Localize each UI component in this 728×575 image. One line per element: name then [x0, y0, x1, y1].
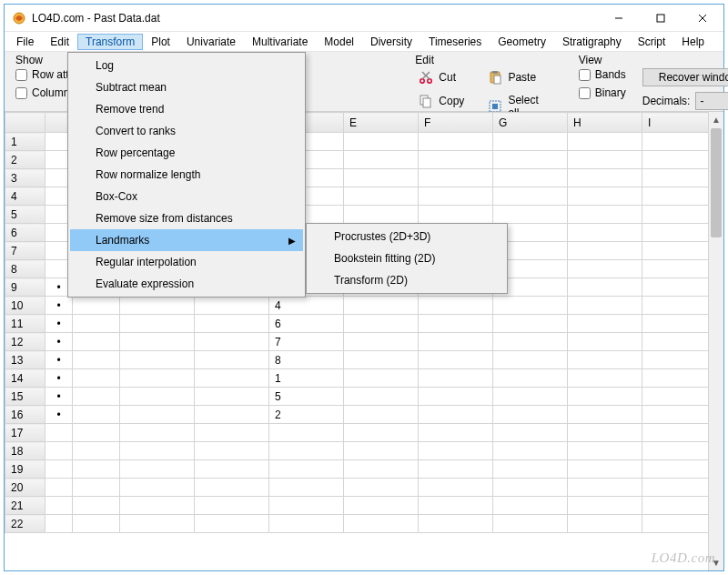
cell[interactable] — [195, 351, 269, 369]
cell[interactable] — [419, 133, 493, 151]
cell[interactable] — [642, 187, 717, 206]
row-marker-cell[interactable]: • — [46, 369, 73, 388]
cell[interactable] — [493, 369, 568, 388]
row-marker-cell[interactable]: • — [46, 315, 73, 333]
cell[interactable] — [568, 351, 642, 369]
cell[interactable] — [120, 369, 195, 388]
cell[interactable] — [493, 424, 568, 442]
column-header[interactable]: E — [344, 113, 419, 133]
cell[interactable] — [120, 515, 195, 533]
cell[interactable] — [73, 479, 120, 497]
cell[interactable] — [120, 333, 195, 351]
row-header[interactable]: 2 — [5, 151, 46, 169]
cell[interactable] — [344, 515, 419, 533]
cell[interactable] — [419, 369, 493, 388]
close-button[interactable] — [682, 5, 723, 32]
cell[interactable] — [568, 187, 642, 206]
maximize-button[interactable] — [640, 5, 682, 32]
cell[interactable] — [568, 460, 642, 479]
cell[interactable] — [642, 206, 717, 224]
column-attributes-checkbox[interactable]: Column — [15, 86, 69, 99]
row-header[interactable]: 7 — [5, 242, 46, 260]
row-header[interactable]: 15 — [5, 388, 46, 406]
landmarks-submenu-item[interactable]: Transform (2D) — [308, 269, 505, 291]
cell[interactable] — [642, 169, 717, 187]
transform-menu-item[interactable]: Evaluate expression — [70, 273, 303, 295]
row-header[interactable]: 1 — [5, 133, 46, 151]
bands-checkbox[interactable]: Bands — [579, 68, 626, 81]
cell[interactable] — [419, 351, 493, 369]
menu-stratigraphy[interactable]: Stratigraphy — [554, 34, 630, 50]
cell[interactable] — [269, 460, 344, 479]
cell[interactable] — [568, 224, 642, 242]
cut-button[interactable]: Cut — [415, 68, 468, 86]
cell[interactable]: 7 — [269, 333, 344, 351]
row-marker-cell[interactable]: • — [46, 297, 73, 315]
cell[interactable] — [493, 515, 568, 533]
menu-diversity[interactable]: Diversity — [362, 34, 420, 50]
cell[interactable]: 4 — [269, 297, 344, 315]
row-header[interactable]: 6 — [5, 224, 46, 242]
cell[interactable] — [493, 169, 568, 187]
cell[interactable] — [493, 460, 568, 479]
cell[interactable] — [568, 406, 642, 424]
cell[interactable] — [642, 351, 717, 369]
cell[interactable] — [419, 315, 493, 333]
cell[interactable] — [493, 497, 568, 515]
cell[interactable] — [568, 315, 642, 333]
binary-checkbox[interactable]: Binary — [579, 86, 626, 99]
row-header[interactable]: 21 — [5, 497, 46, 515]
cell[interactable] — [120, 442, 195, 460]
cell[interactable] — [419, 206, 493, 224]
cell[interactable] — [642, 260, 717, 278]
row-header[interactable]: 18 — [5, 442, 46, 460]
cell[interactable] — [493, 206, 568, 224]
cell[interactable] — [344, 187, 419, 206]
cell[interactable] — [73, 460, 120, 479]
cell[interactable] — [195, 369, 269, 388]
menu-model[interactable]: Model — [316, 34, 362, 50]
menu-timeseries[interactable]: Timeseries — [420, 34, 490, 50]
cell[interactable] — [269, 479, 344, 497]
cell[interactable] — [73, 315, 120, 333]
cell[interactable] — [568, 497, 642, 515]
cell[interactable] — [493, 442, 568, 460]
cell[interactable] — [195, 460, 269, 479]
cell[interactable] — [120, 351, 195, 369]
cell[interactable] — [344, 388, 419, 406]
menu-plot[interactable]: Plot — [143, 34, 178, 50]
cell[interactable] — [120, 315, 195, 333]
cell[interactable] — [120, 406, 195, 424]
cell[interactable]: 1 — [269, 369, 344, 388]
row-marker-cell[interactable] — [46, 515, 73, 533]
cell[interactable] — [73, 497, 120, 515]
scroll-up-arrow[interactable]: ▲ — [709, 112, 723, 127]
cell[interactable] — [419, 333, 493, 351]
cell[interactable] — [344, 133, 419, 151]
transform-menu-item[interactable]: Remove trend — [70, 98, 303, 120]
cell[interactable] — [344, 315, 419, 333]
cell[interactable] — [642, 315, 717, 333]
cell[interactable] — [344, 479, 419, 497]
row-header[interactable]: 4 — [5, 187, 46, 206]
cell[interactable] — [120, 424, 195, 442]
cell[interactable] — [419, 187, 493, 206]
cell[interactable] — [642, 242, 717, 260]
row-header[interactable]: 9 — [5, 278, 46, 297]
cell[interactable] — [419, 442, 493, 460]
menu-file[interactable]: File — [8, 34, 42, 50]
cell[interactable] — [120, 297, 195, 315]
cell[interactable] — [73, 351, 120, 369]
transform-menu-item[interactable]: Convert to ranks — [70, 120, 303, 142]
cell[interactable] — [493, 479, 568, 497]
row-marker-cell[interactable] — [46, 460, 73, 479]
landmarks-submenu-item[interactable]: Bookstein fitting (2D) — [308, 247, 505, 269]
cell[interactable] — [493, 406, 568, 424]
paste-button[interactable]: Paste — [484, 68, 541, 86]
row-header[interactable]: 13 — [5, 351, 46, 369]
cell[interactable] — [73, 424, 120, 442]
cell[interactable] — [493, 297, 568, 315]
cell[interactable] — [568, 424, 642, 442]
cell[interactable] — [419, 479, 493, 497]
cell[interactable] — [419, 424, 493, 442]
